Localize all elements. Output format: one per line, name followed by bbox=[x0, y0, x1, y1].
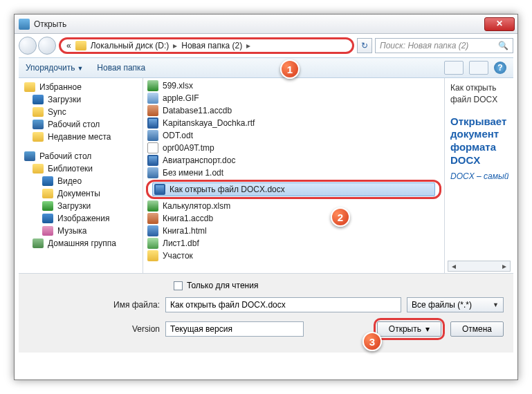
file-row[interactable]: Книга1.html bbox=[146, 225, 441, 237]
tree-favorites[interactable]: Избранное bbox=[23, 81, 138, 93]
version-combo[interactable]: Текущая версия bbox=[165, 321, 304, 337]
new-folder-button[interactable]: Новая папка bbox=[97, 63, 145, 73]
open-button-highlight: Открыть▾ bbox=[374, 318, 445, 340]
chevron-down-icon: ▾ bbox=[425, 324, 430, 334]
file-list[interactable]: 599.xlsxapple.GIFDatabase11.accdbKapitan… bbox=[143, 78, 444, 273]
refresh-button[interactable]: ↻ bbox=[357, 38, 372, 53]
search-placeholder: Поиск: Новая папка (2) bbox=[380, 41, 468, 50]
file-row[interactable]: Участок bbox=[146, 250, 441, 262]
chevron-down-icon: ▼ bbox=[493, 301, 499, 308]
tree-item[interactable]: Изображения bbox=[23, 212, 138, 225]
file-row[interactable]: opr00A9T.tmp bbox=[146, 142, 441, 154]
homegroup-icon bbox=[33, 238, 44, 248]
file-name: Лист1.dbf bbox=[163, 238, 199, 248]
file-icon bbox=[147, 238, 158, 249]
callout-1: 1 bbox=[280, 59, 300, 79]
nav-tree[interactable]: Избранное Загрузки Sync Рабочий стол Нед… bbox=[19, 78, 143, 273]
documents-icon bbox=[42, 189, 53, 198]
callout-3: 3 bbox=[363, 332, 382, 351]
file-row[interactable]: Database11.accdb bbox=[146, 104, 441, 117]
folder-icon bbox=[75, 41, 86, 50]
file-icon bbox=[147, 200, 158, 212]
downloads-icon bbox=[42, 201, 53, 211]
preview-body: DOCX – самый bbox=[450, 171, 511, 182]
search-icon: 🔍 bbox=[498, 41, 508, 50]
breadcrumb-seg-1[interactable]: Локальный диск (D:) bbox=[91, 41, 169, 50]
scroll-left-icon[interactable]: ◂ bbox=[448, 261, 459, 271]
help-icon[interactable]: ? bbox=[494, 62, 506, 74]
file-icon bbox=[147, 155, 158, 166]
file-icon bbox=[147, 213, 158, 224]
desktop-icon bbox=[24, 151, 35, 161]
file-row[interactable]: Как открыть файл DOCX.docx bbox=[152, 182, 435, 196]
file-name: Участок bbox=[163, 251, 193, 261]
file-row[interactable]: Авиатранспорт.doc bbox=[146, 154, 441, 167]
tree-homegroup[interactable]: Домашняя группа bbox=[23, 237, 138, 250]
tree-item[interactable]: Sync bbox=[23, 106, 138, 118]
file-row[interactable]: Kapitanskaya_Dochka.rtf bbox=[146, 117, 441, 129]
file-name: Database11.accdb bbox=[163, 106, 232, 115]
recent-icon bbox=[33, 132, 44, 142]
chevron-right-icon: ▸ bbox=[246, 41, 250, 50]
file-icon bbox=[147, 105, 158, 116]
file-icon bbox=[147, 250, 158, 261]
readonly-label: Только для чтения bbox=[187, 281, 258, 290]
tree-item[interactable]: Загрузки bbox=[23, 93, 138, 106]
filename-input[interactable]: Как открыть файл DOCX.docx bbox=[165, 297, 401, 312]
file-icon bbox=[147, 80, 158, 91]
file-name: Авиатранспорт.doc bbox=[163, 156, 235, 165]
open-button[interactable]: Открыть▾ bbox=[377, 321, 441, 337]
search-input[interactable]: Поиск: Новая папка (2) 🔍 bbox=[375, 38, 513, 53]
view-mode-button[interactable] bbox=[444, 61, 464, 75]
music-icon bbox=[42, 226, 53, 236]
forward-button[interactable] bbox=[38, 37, 56, 55]
pictures-icon bbox=[42, 214, 53, 223]
cancel-button[interactable]: Отмена bbox=[450, 321, 504, 337]
file-row[interactable]: Книга1.accdb bbox=[146, 212, 441, 225]
tree-item[interactable]: Рабочий стол bbox=[23, 118, 138, 131]
app-icon bbox=[19, 19, 30, 30]
file-row[interactable]: ODT.odt bbox=[146, 129, 441, 142]
tree-item[interactable]: Видео bbox=[23, 175, 138, 187]
file-name: Kapitanskaya_Dochka.rtf bbox=[163, 118, 255, 128]
open-dialog: Открыть ✕ « Локальный диск (D:) ▸ Новая … bbox=[14, 14, 518, 380]
file-row[interactable]: Без имени 1.odt bbox=[146, 167, 441, 179]
file-icon bbox=[154, 184, 165, 195]
tree-item[interactable]: Недавние места bbox=[23, 131, 138, 143]
file-name: opr00A9T.tmp bbox=[163, 143, 214, 153]
preview-scrollbar[interactable]: ◂ ▸ bbox=[448, 261, 511, 272]
file-icon bbox=[147, 167, 158, 178]
file-row[interactable]: apple.GIF bbox=[146, 92, 441, 104]
breadcrumb-seg-2[interactable]: Новая папка (2) bbox=[181, 41, 242, 50]
breadcrumb[interactable]: « Локальный диск (D:) ▸ Новая папка (2) … bbox=[59, 37, 354, 54]
tree-item[interactable]: Документы bbox=[23, 187, 138, 200]
file-row[interactable]: 599.xlsx bbox=[146, 79, 441, 92]
tree-desktop[interactable]: Рабочий стол bbox=[23, 150, 138, 162]
preview-pane: Как открыть файл DOCX Открывает документ… bbox=[444, 78, 513, 273]
file-name: ODT.odt bbox=[163, 131, 193, 140]
nav-row: « Локальный диск (D:) ▸ Новая папка (2) … bbox=[15, 34, 517, 57]
libraries-icon bbox=[33, 164, 44, 173]
organize-menu[interactable]: Упорядочить▼ bbox=[26, 63, 83, 73]
star-icon bbox=[24, 82, 35, 92]
file-name: 599.xlsx bbox=[163, 81, 193, 91]
preview-pane-button[interactable] bbox=[469, 61, 488, 75]
readonly-checkbox[interactable] bbox=[174, 281, 183, 290]
back-button[interactable] bbox=[19, 37, 37, 55]
file-name: Без имени 1.odt bbox=[163, 168, 223, 178]
tree-libraries[interactable]: Библиотеки bbox=[23, 162, 138, 175]
titlebar[interactable]: Открыть ✕ bbox=[15, 15, 517, 34]
close-button[interactable]: ✕ bbox=[484, 17, 515, 31]
callout-2: 2 bbox=[331, 207, 350, 227]
file-icon bbox=[147, 118, 158, 129]
file-name: Книга1.html bbox=[163, 226, 207, 236]
tree-item[interactable]: Загрузки bbox=[23, 200, 138, 212]
file-row[interactable]: Лист1.dbf bbox=[146, 237, 441, 250]
tree-item[interactable]: Музыка bbox=[23, 225, 138, 237]
file-row[interactable]: Калькулятор.xlsm bbox=[146, 200, 441, 212]
desktop-icon bbox=[33, 120, 44, 129]
file-name: apple.GIF bbox=[163, 93, 199, 103]
filetype-combo[interactable]: Все файлы (*.*)▼ bbox=[407, 297, 504, 312]
file-icon bbox=[147, 225, 158, 236]
scroll-right-icon[interactable]: ▸ bbox=[499, 261, 510, 271]
